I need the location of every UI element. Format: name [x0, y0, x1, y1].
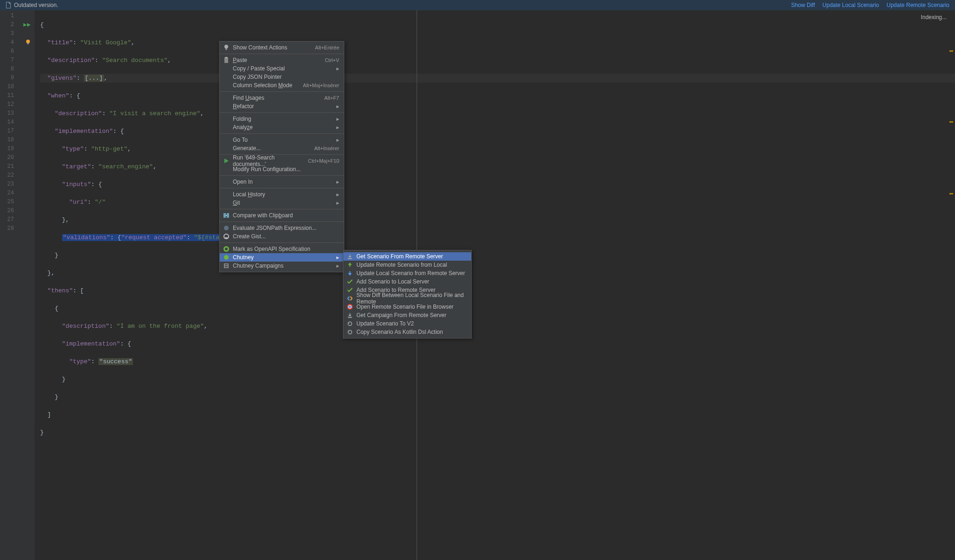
menu-item[interactable]: Git▸ [220, 199, 344, 207]
chutney-icon [223, 254, 230, 261]
notification-banner: Outdated version. Show Diff Update Local… [0, 0, 955, 10]
menu-item-label: Find Usages [233, 95, 264, 101]
run-gutter-icon[interactable]: ▶▶ [23, 22, 31, 27]
menu-item[interactable]: Mark as OpenAPI Specification [220, 245, 344, 253]
download-blue-icon [346, 270, 354, 277]
fold-column [35, 10, 40, 560]
menu-item-label: Analyze [233, 124, 253, 131]
warning-marker[interactable] [949, 193, 953, 194]
check-icon [346, 286, 354, 294]
submenu-item-label: Update Scenario To V2 [356, 320, 414, 327]
menu-shortcut: Ctrl+V [325, 57, 339, 63]
svg-point-2 [224, 45, 228, 48]
menu-item[interactable]: Go To▸ [220, 136, 344, 144]
submenu-item[interactable]: Update Scenario To V2 [343, 319, 471, 328]
svg-rect-1 [27, 43, 29, 44]
menu-item-label: Refactor [233, 103, 254, 110]
submenu-item-label: Update Remote Scenario from Local [356, 262, 447, 268]
menu-item[interactable]: Create Gist... [220, 232, 344, 241]
menu-item-label: Chutney [233, 254, 254, 261]
menu-item[interactable]: Copy JSON Pointer [220, 73, 344, 81]
menu-item[interactable]: Evaluate JSONPath Expression... [220, 224, 344, 232]
submenu-arrow-icon: ▸ [336, 137, 339, 143]
menu-item[interactable]: Copy / Paste Special▸ [220, 64, 344, 73]
menu-item-label: Chutney Campaigns [233, 263, 284, 269]
folded-region[interactable]: "success" [98, 358, 133, 365]
menu-item[interactable]: Refactor▸ [220, 102, 344, 111]
indexing-status: Indexing... [921, 14, 947, 21]
menu-item[interactable]: Analyze▸ [220, 123, 344, 131]
menu-item[interactable]: Compare with Clipboard [220, 211, 344, 220]
intention-bulb-icon[interactable] [25, 39, 31, 45]
submenu-arrow-icon: ▸ [336, 200, 339, 206]
menu-shortcut: Alt+Insérer [314, 145, 340, 151]
menu-item[interactable]: Show Context ActionsAlt+Entrée [220, 43, 344, 52]
context-submenu-chutney[interactable]: Get Scenario From Remote ServerUpdate Re… [343, 250, 472, 339]
menu-separator [220, 221, 344, 222]
menu-item-label: Compare with Clipboard [233, 212, 293, 219]
menu-item[interactable]: Local History▸ [220, 190, 344, 199]
menu-separator [220, 91, 344, 92]
bulb-icon [223, 44, 230, 51]
warning-marker[interactable] [949, 50, 953, 52]
svg-point-11 [349, 306, 351, 308]
menu-item-label: Copy JSON Pointer [233, 74, 282, 80]
menu-item-label: Git [233, 200, 240, 206]
jsonpath-icon [223, 224, 230, 232]
menu-separator [220, 209, 344, 209]
warning-marker[interactable] [949, 121, 953, 123]
submenu-item[interactable]: Get Scenario From Remote Server [343, 252, 471, 261]
submenu-arrow-icon: ▸ [336, 116, 339, 122]
banner-link-update-local[interactable]: Update Local Scenario [823, 2, 879, 8]
menu-item[interactable]: Chutney Campaigns▸ [220, 262, 344, 270]
menu-shortcut: Alt+Maj+Insérer [303, 83, 339, 88]
submenu-item-label: Get Campaign From Remote Server [356, 312, 446, 318]
submenu-item[interactable]: Copy Scenario As Kotlin Dsl Action [343, 328, 471, 336]
download-icon [346, 253, 354, 260]
code-area[interactable]: { "title": "Visit Google", "description"… [40, 10, 955, 560]
submenu-item[interactable]: Get Campaign From Remote Server [343, 311, 471, 319]
context-menu[interactable]: Show Context ActionsAlt+EntréePasteCtrl+… [219, 41, 344, 272]
inspection-markbar[interactable] [948, 10, 954, 560]
banner-message: Outdated version. [14, 2, 58, 8]
menu-item-label: Create Gist... [233, 233, 266, 240]
menu-item-label: Show Context Actions [233, 44, 287, 51]
github-icon [223, 233, 230, 240]
submenu-item-label: Get Scenario From Remote Server [356, 253, 443, 260]
editor: 1234678910111213141718192021222324252627… [0, 10, 955, 560]
menu-item[interactable]: PasteCtrl+V [220, 56, 344, 64]
submenu-item[interactable]: Show Diff Between Local Scenario File an… [343, 294, 471, 303]
download-icon [346, 311, 354, 319]
svg-point-7 [225, 248, 228, 250]
banner-link-show-diff[interactable]: Show Diff [791, 2, 815, 8]
chrome-icon [346, 303, 354, 311]
banner-link-update-remote[interactable]: Update Remote Scenario [886, 2, 949, 8]
menu-item-label: Folding [233, 116, 251, 122]
submenu-arrow-icon: ▸ [336, 191, 339, 198]
menu-item[interactable]: Run '649-Search documents...'Ctrl+Maj+F1… [220, 157, 344, 165]
submenu-item[interactable]: Update Local Scenario from Remote Server [343, 269, 471, 277]
menu-shortcut: Ctrl+Maj+F10 [308, 158, 339, 164]
menu-separator [220, 112, 344, 113]
menu-item[interactable]: Chutney▸ [220, 253, 344, 262]
menu-item-label: Generate... [233, 145, 261, 152]
submenu-item[interactable]: Update Remote Scenario from Local [343, 261, 471, 269]
menu-item[interactable]: Column Selection ModeAlt+Maj+Insérer [220, 81, 344, 90]
menu-item[interactable]: Open In▸ [220, 178, 344, 186]
submenu-item[interactable]: Add Scenario to Local Server [343, 277, 471, 286]
menu-item-label: Evaluate JSONPath Expression... [233, 225, 316, 231]
menu-separator [220, 175, 344, 176]
compare-icon [223, 212, 230, 219]
submenu-arrow-icon: ▸ [336, 65, 339, 72]
menu-separator [220, 54, 344, 54]
menu-item[interactable]: Modify Run Configuration... [220, 165, 344, 173]
menu-item[interactable]: Generate...Alt+Insérer [220, 144, 344, 152]
menu-item-label: Paste [233, 57, 247, 63]
menu-item[interactable]: Find UsagesAlt+F7 [220, 94, 344, 102]
refresh-icon [346, 320, 354, 327]
svg-point-8 [224, 255, 229, 260]
folded-region[interactable]: [...] [84, 75, 104, 82]
submenu-arrow-icon: ▸ [336, 263, 339, 269]
menu-item[interactable]: Folding▸ [220, 115, 344, 123]
submenu-item[interactable]: Open Remote Scenario File in Browser [343, 303, 471, 311]
